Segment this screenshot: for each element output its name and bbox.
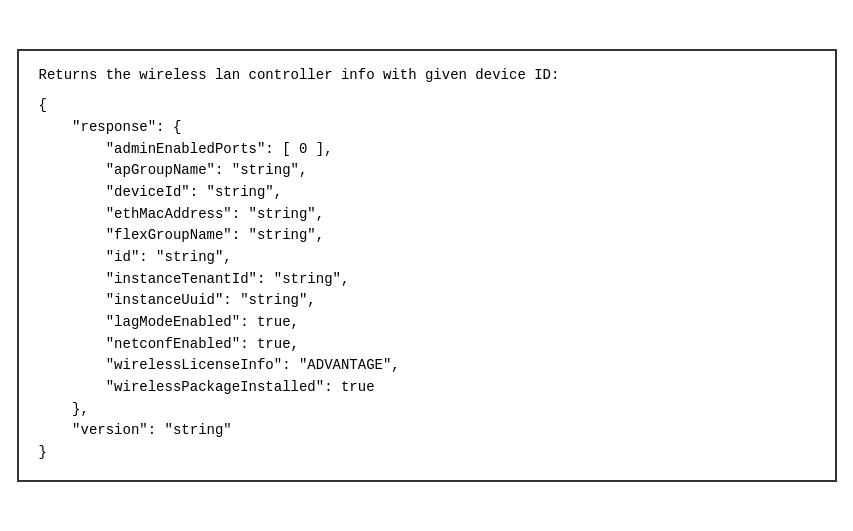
- code-line-8: "instanceTenantId": "string",: [39, 269, 815, 291]
- code-line-0: {: [39, 95, 815, 117]
- code-line-6: "flexGroupName": "string",: [39, 225, 815, 247]
- code-line-9: "instanceUuid": "string",: [39, 290, 815, 312]
- code-line-14: },: [39, 399, 815, 421]
- code-line-4: "deviceId": "string",: [39, 182, 815, 204]
- code-line-3: "apGroupName": "string",: [39, 160, 815, 182]
- code-line-16: }: [39, 442, 815, 464]
- code-line-5: "ethMacAddress": "string",: [39, 204, 815, 226]
- description-text: Returns the wireless lan controller info…: [39, 67, 815, 83]
- code-line-11: "netconfEnabled": true,: [39, 334, 815, 356]
- code-container: Returns the wireless lan controller info…: [17, 49, 837, 482]
- code-line-10: "lagModeEnabled": true,: [39, 312, 815, 334]
- code-line-7: "id": "string",: [39, 247, 815, 269]
- code-line-15: "version": "string": [39, 420, 815, 442]
- code-line-1: "response": {: [39, 117, 815, 139]
- code-line-2: "adminEnabledPorts": [ 0 ],: [39, 139, 815, 161]
- code-line-13: "wirelessPackageInstalled": true: [39, 377, 815, 399]
- code-line-12: "wirelessLicenseInfo": "ADVANTAGE",: [39, 355, 815, 377]
- code-block: { "response": { "adminEnabledPorts": [ 0…: [39, 95, 815, 464]
